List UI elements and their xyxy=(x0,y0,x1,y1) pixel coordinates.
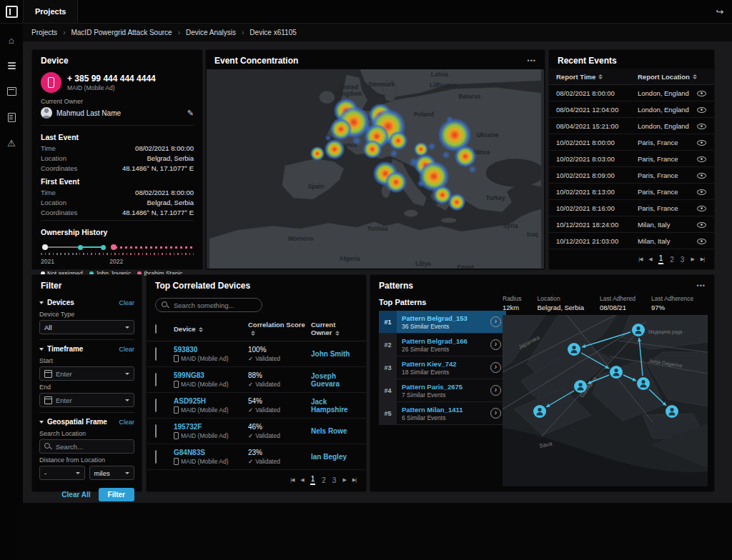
first-event-heading: First Event xyxy=(32,173,202,187)
person-node[interactable] xyxy=(610,366,623,379)
pattern-list-item[interactable]: #5 Pattern Milan_14116 Similar Events › xyxy=(379,402,506,425)
country-label: Egypt xyxy=(457,264,474,269)
view-icon[interactable] xyxy=(697,220,707,229)
page-number[interactable]: 1 xyxy=(658,254,664,264)
row-checkbox[interactable] xyxy=(155,373,157,386)
breadcrumb-device-analysis[interactable]: Device Analysis xyxy=(186,29,236,36)
prev-page-icon[interactable]: ◀ xyxy=(300,477,303,483)
first-page-icon[interactable]: |◀ xyxy=(638,256,642,262)
open-pattern-icon[interactable]: › xyxy=(490,408,501,419)
panel-menu-icon[interactable]: ••• xyxy=(697,282,706,289)
owner-link[interactable]: Ian Begley xyxy=(311,453,357,461)
filter-title: Filter xyxy=(41,281,61,291)
device-id-link[interactable]: 593830 xyxy=(174,346,248,354)
clear-timeframe-link[interactable]: Clear xyxy=(119,346,134,353)
person-node[interactable] xyxy=(574,380,587,393)
distance-value-select[interactable]: - xyxy=(39,466,85,480)
last-page-icon[interactable]: ▶| xyxy=(352,477,356,483)
prev-page-icon[interactable]: ◀ xyxy=(648,256,651,262)
clear-geospatial-link[interactable]: Clear xyxy=(119,419,134,426)
device-id-link[interactable]: 195732F xyxy=(174,423,248,431)
alert-icon[interactable]: ⚠ xyxy=(6,137,17,149)
panel-menu-icon[interactable]: ••• xyxy=(528,57,536,64)
forward-arrow-icon[interactable]: ↪ xyxy=(708,6,732,17)
start-date-input[interactable]: Enter xyxy=(39,366,134,381)
pattern-list-item[interactable]: #2 Pattern Belgrad_16626 Similar Events … xyxy=(379,334,506,356)
page-number[interactable]: 2 xyxy=(670,256,674,264)
device-id-link[interactable]: 599NG83 xyxy=(174,371,248,379)
owner-link[interactable]: Joseph Guevara xyxy=(311,372,357,388)
pattern-list-item[interactable]: #4 Pattern Paris_26757 Similar Events › xyxy=(379,379,506,402)
app-logo[interactable] xyxy=(0,0,24,23)
owner-link[interactable]: John Smith xyxy=(311,350,357,358)
open-pattern-icon[interactable]: › xyxy=(490,339,501,350)
archive-icon[interactable] xyxy=(6,86,17,97)
label: Location xyxy=(41,199,66,206)
person-node[interactable] xyxy=(533,405,546,418)
column-score[interactable]: Correlation Score xyxy=(248,321,311,337)
device-id-link[interactable]: G84N83S xyxy=(174,449,248,456)
view-icon[interactable] xyxy=(697,89,707,97)
row-checkbox[interactable] xyxy=(155,347,157,361)
view-icon[interactable] xyxy=(697,105,707,114)
open-pattern-icon[interactable]: › xyxy=(490,385,501,396)
first-page-icon[interactable]: |◀ xyxy=(290,477,294,483)
page-number[interactable]: 2 xyxy=(322,476,326,484)
row-checkbox[interactable] xyxy=(155,399,157,412)
icon-sidebar: ⌂ ⚠ xyxy=(0,23,23,560)
correlated-search-input[interactable]: Search something... xyxy=(155,298,262,312)
view-icon[interactable] xyxy=(697,187,707,196)
last-page-icon[interactable]: ▶| xyxy=(701,256,704,262)
breadcrumb-project-name[interactable]: MacID Powergrid Attack Source xyxy=(71,29,172,36)
owner-link[interactable]: Nels Rowe xyxy=(311,427,357,435)
person-node[interactable] xyxy=(568,343,580,356)
device-panel: Device + 385 99 444 444 4444 MAID (Mobil… xyxy=(32,50,202,269)
column-owner[interactable]: Current Owner xyxy=(311,321,357,337)
view-icon[interactable] xyxy=(697,121,707,130)
person-node[interactable] xyxy=(637,377,650,390)
column-report-location[interactable]: Report Location xyxy=(638,73,707,81)
device-type-select[interactable]: All xyxy=(39,320,134,334)
next-page-icon[interactable]: ▶ xyxy=(342,477,345,483)
pattern-list-item[interactable]: #1 Pattern Belgrad_15336 Similar Events … xyxy=(379,311,506,334)
tab-projects[interactable]: Projects xyxy=(24,0,78,23)
view-icon[interactable] xyxy=(697,236,707,245)
next-page-icon[interactable]: ▶ xyxy=(691,256,693,262)
page-number[interactable]: 1 xyxy=(310,475,316,485)
end-date-input[interactable]: Enter xyxy=(39,393,134,407)
row-checkbox[interactable] xyxy=(155,450,157,464)
document-icon[interactable] xyxy=(6,111,17,123)
device-identity: + 385 99 444 444 4444 MAID (Mobile Ad) xyxy=(32,69,202,95)
view-icon[interactable] xyxy=(697,204,707,212)
open-pattern-icon[interactable]: › xyxy=(490,362,501,373)
owner-link[interactable]: Jack Hampshire xyxy=(311,398,357,414)
apply-filter-button[interactable]: Filter xyxy=(99,488,134,501)
europe-heatmap[interactable]: United Kingdom Denmark Latvia Lithuania … xyxy=(207,69,544,269)
timeframe-section-header[interactable]: Timeframe Clear xyxy=(32,340,142,355)
person-node[interactable] xyxy=(666,405,678,418)
clear-devices-link[interactable]: Clear xyxy=(119,299,134,306)
geospatial-section-header[interactable]: Geospatial Frame Clear xyxy=(32,413,142,428)
view-icon[interactable] xyxy=(697,171,707,179)
page-number[interactable]: 3 xyxy=(332,476,337,484)
open-pattern-icon[interactable]: › xyxy=(490,316,501,327)
distance-unit-select[interactable]: miles xyxy=(89,466,135,480)
row-checkbox[interactable] xyxy=(155,424,157,438)
pattern-list-item[interactable]: #3 Pattern Kiev_74218 Similar Events › xyxy=(379,356,506,379)
breadcrumb-projects[interactable]: Projects xyxy=(31,29,57,36)
view-icon[interactable] xyxy=(697,154,707,163)
edit-icon[interactable]: ✎ xyxy=(187,109,194,118)
clear-all-link[interactable]: Clear All xyxy=(61,491,90,499)
column-device[interactable]: Device xyxy=(174,326,248,334)
view-icon[interactable] xyxy=(697,138,707,146)
column-report-time[interactable]: Report Time xyxy=(556,73,638,81)
device-id-link[interactable]: ASD925H xyxy=(174,397,248,405)
home-icon[interactable]: ⌂ xyxy=(6,34,17,46)
select-all-checkbox[interactable] xyxy=(155,324,157,334)
search-location-input[interactable]: Search... xyxy=(39,439,134,454)
page-number[interactable]: 3 xyxy=(681,256,685,264)
person-node[interactable] xyxy=(632,324,645,336)
pattern-map[interactable]: Japanska Медицина рада Jurija Gagarina G… xyxy=(503,315,708,486)
list-icon[interactable] xyxy=(6,60,17,71)
devices-section-header[interactable]: Devices Clear xyxy=(32,294,142,309)
